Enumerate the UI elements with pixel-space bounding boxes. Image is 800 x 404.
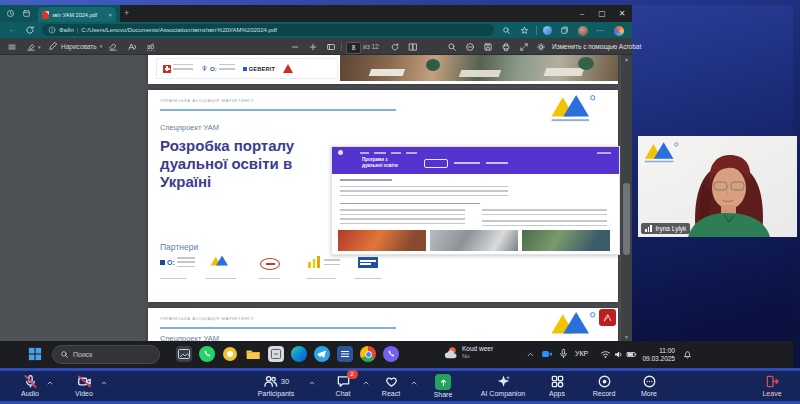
address-field[interactable]: Файл | C:/Users/Lenovo/Documents/Associa… (42, 24, 494, 36)
file-explorer-icon[interactable] (245, 346, 261, 362)
participants-chevron-icon[interactable] (308, 379, 316, 387)
wifi-icon[interactable] (600, 349, 611, 360)
microphone-tray-icon[interactable] (558, 348, 569, 359)
telegram-icon[interactable] (314, 346, 330, 362)
apps-button[interactable]: Apps (540, 374, 574, 397)
participants-button[interactable]: 30 Participants (245, 374, 307, 397)
fullscreen-icon[interactable] (519, 42, 529, 52)
acrobat-extension-button[interactable] (599, 309, 616, 326)
favorites-star-icon[interactable] (520, 26, 529, 35)
audio-chevron-icon[interactable] (46, 379, 54, 387)
copilot-icon[interactable] (543, 26, 552, 35)
taskbar-search[interactable]: Поиск (52, 345, 160, 364)
ai-companion-button[interactable]: AI Companion (474, 374, 532, 397)
close-icon[interactable]: ✕ (612, 5, 632, 22)
more-button[interactable]: More (632, 374, 666, 397)
video-chevron-icon[interactable] (100, 379, 108, 387)
find-in-document-icon[interactable] (447, 42, 457, 52)
minimize-icon[interactable]: – (572, 5, 592, 22)
viber-icon[interactable] (383, 346, 399, 362)
browser-tab-active[interactable]: звіт УАМ 2024.pdf × (38, 7, 116, 22)
collections-icon[interactable] (560, 26, 569, 35)
save-icon[interactable] (483, 42, 493, 52)
refresh-icon[interactable] (25, 25, 35, 35)
edit-with-acrobat-button[interactable]: Изменить с помощью Acrobat (552, 43, 641, 50)
text-selection-tool[interactable]: аб (147, 43, 154, 51)
zoom-out-icon[interactable] (290, 42, 300, 52)
settings-gear-icon[interactable] (536, 42, 546, 52)
placeholder-text (173, 64, 193, 73)
camera-muted-icon (77, 374, 92, 389)
tab-close-icon[interactable]: × (108, 12, 112, 18)
workspaces-icon[interactable] (6, 9, 15, 18)
start-button[interactable] (28, 347, 42, 361)
leave-button[interactable]: Leave (752, 374, 792, 397)
scroll-up-icon[interactable]: ▲ (621, 55, 632, 63)
taskbar-clock[interactable]: 11:00 09.03.2025 (641, 347, 675, 362)
chat-button[interactable]: 2 Chat (326, 374, 360, 397)
website-header: Програми з дуальної освіти (332, 147, 619, 174)
scrollbar[interactable]: ▲ ▼ (621, 55, 632, 341)
print-icon[interactable] (501, 42, 511, 52)
participant-nametag: Iryna Lylyk (641, 223, 690, 234)
menu-icon[interactable] (7, 42, 17, 52)
zoom-tray-icon[interactable] (541, 348, 553, 360)
react-button[interactable]: React (374, 374, 408, 397)
word-icon[interactable] (337, 346, 353, 362)
gray-app-icon[interactable] (268, 346, 284, 362)
website-photo-1 (338, 230, 426, 251)
notification-bell-icon[interactable] (682, 349, 693, 360)
fit-to-page-icon[interactable] (326, 42, 336, 52)
page-number-input[interactable]: 8 (346, 42, 361, 54)
yellow-app-icon[interactable] (222, 346, 238, 362)
triangle-logo (283, 64, 293, 73)
photo-person (578, 57, 594, 70)
keyboard-language[interactable]: УКР (575, 350, 588, 357)
project-label: Спецпроект УАМ (160, 334, 219, 341)
pdf-viewport[interactable]: O: GEBERIT (0, 55, 632, 341)
participant-video-tile[interactable]: Iryna Lylyk (638, 136, 797, 237)
new-tab-icon[interactable]: + (124, 9, 129, 18)
eraser-icon[interactable] (108, 42, 118, 52)
draw-tool-button[interactable]: Нарисовать ▾ (48, 41, 102, 51)
audio-button[interactable]: Audio (10, 374, 50, 397)
weather-icon (443, 345, 458, 360)
page-view-icon[interactable] (408, 42, 418, 52)
tray-expand-icon[interactable] (526, 350, 535, 359)
search-icon[interactable] (502, 26, 511, 35)
react-chevron-icon[interactable] (410, 379, 418, 387)
nav-item (391, 152, 401, 154)
edge-icon[interactable] (291, 346, 307, 362)
placeholder-text (340, 209, 465, 226)
participants-label: Participants (258, 390, 295, 397)
maximize-icon[interactable]: ▢ (592, 5, 612, 22)
acrobat-icon (602, 312, 613, 323)
profile-avatar[interactable] (578, 26, 588, 36)
back-icon[interactable]: ← (8, 26, 16, 34)
slide-header: УКРАЇНСЬКА АСОЦІАЦІЯ МАРКЕТИНГУ (160, 98, 254, 103)
chrome-icon[interactable] (360, 346, 376, 362)
rotate-icon[interactable] (390, 42, 400, 52)
tab-actions-icon[interactable] (22, 9, 31, 18)
geberit-logo: GEBERIT (243, 66, 276, 72)
weather-widget[interactable]: Koud weer Nu (443, 345, 493, 360)
highlight-tool-icon[interactable]: ▾ (26, 42, 41, 52)
video-button[interactable]: Video (64, 374, 104, 397)
read-aloud-icon[interactable] (127, 42, 137, 52)
zoom-in-icon[interactable] (308, 42, 318, 52)
chat-chevron-icon[interactable] (362, 379, 370, 387)
whatsapp-icon[interactable] (199, 346, 215, 362)
scrollbar-thumb[interactable] (623, 183, 630, 255)
browser-essentials-icon[interactable] (614, 26, 624, 36)
photos-app-icon[interactable] (176, 346, 192, 362)
edge-browser-window: звіт УАМ 2024.pdf × + – ▢ ✕ ← Файл (0, 5, 632, 341)
battery-icon[interactable] (626, 349, 638, 360)
chat-icon: 2 (336, 374, 351, 389)
chat-badge: 2 (347, 370, 358, 379)
more-menu-icon[interactable]: … (596, 24, 605, 33)
share-button[interactable]: Share (424, 374, 462, 398)
speaker-icon[interactable] (613, 349, 624, 360)
hide-toolbar-icon[interactable] (465, 42, 475, 52)
record-button[interactable]: Record (584, 374, 624, 397)
scroll-down-icon[interactable]: ▼ (621, 333, 632, 341)
